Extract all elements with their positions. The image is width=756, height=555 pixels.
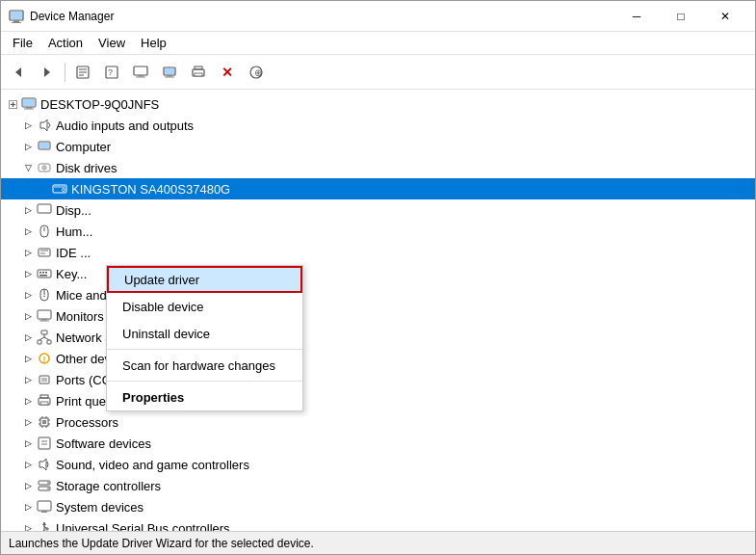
maximize-button[interactable]: □: [659, 1, 703, 32]
svg-point-90: [47, 488, 49, 489]
svg-marker-5: [44, 67, 50, 77]
software-icon: [36, 435, 53, 452]
menu-help[interactable]: Help: [133, 33, 174, 54]
toolbar-back[interactable]: [5, 59, 32, 86]
expand-icon-mice: ▷: [20, 287, 36, 303]
tree-audio-label: Audio inputs and outputs: [56, 119, 194, 133]
svg-text:!: !: [43, 355, 46, 364]
svg-rect-61: [47, 340, 51, 344]
context-menu-update-driver[interactable]: Update driver: [107, 266, 302, 293]
context-menu-disable[interactable]: Disable device: [107, 293, 302, 320]
sound-icon: [36, 456, 53, 473]
svg-rect-17: [165, 76, 174, 77]
expand-icon-computer: ▷: [20, 139, 36, 154]
other-icon: !: [36, 350, 53, 367]
svg-rect-30: [24, 109, 34, 110]
print-icon: [36, 392, 53, 410]
display-icon: [36, 201, 53, 219]
expand-icon-root: [5, 96, 20, 112]
svg-marker-86: [39, 459, 46, 470]
tree-item-diskdrives[interactable]: ▽ Disk drives: [1, 157, 755, 178]
tree-root[interactable]: DESKTOP-9Q0JNFS: [1, 93, 755, 115]
svg-rect-72: [40, 402, 48, 405]
svg-point-89: [47, 482, 49, 484]
toolbar-btn-computer[interactable]: [156, 59, 183, 86]
window-title: Device Manager: [30, 10, 614, 23]
tree-monitors-label: Monitors: [56, 309, 104, 324]
tree-processors-label: Processors: [56, 415, 118, 430]
tree-software-label: Software devices: [56, 436, 151, 451]
context-menu-uninstall[interactable]: Uninstall device: [107, 320, 302, 347]
tree-item-processors[interactable]: ▷ Processors: [1, 411, 755, 433]
toolbar-btn-print[interactable]: [185, 59, 212, 86]
menu-view[interactable]: View: [91, 33, 133, 54]
tree-item-kingston[interactable]: KINGSTON SA400S37480G: [1, 178, 755, 199]
svg-rect-42: [38, 204, 51, 213]
expand-icon-software: ▷: [20, 436, 36, 451]
toolbar-sep-1: [65, 63, 65, 82]
expand-icon-system: ▷: [20, 499, 36, 515]
toolbar-btn-scan[interactable]: ⊕: [243, 59, 270, 86]
svg-marker-4: [15, 67, 21, 77]
svg-rect-16: [167, 75, 172, 77]
tree-usb-label: Universal Serial Bus controllers: [56, 521, 230, 532]
monitors-icon: [36, 307, 53, 325]
tree-item-computer[interactable]: ▷ Computer: [1, 136, 755, 157]
toolbar-forward[interactable]: [34, 59, 61, 86]
tree-item-ide[interactable]: ▷ IDE ...: [1, 242, 755, 263]
storage-icon: [36, 477, 53, 494]
expand-icon-processors: ▷: [20, 414, 36, 430]
expand-icon-monitors: ▷: [20, 308, 36, 324]
menu-bar: File Action View Help: [1, 32, 755, 55]
minimize-button[interactable]: ─: [614, 1, 659, 32]
tree-item-software[interactable]: ▷ Software devices: [1, 433, 755, 454]
status-bar: Launches the Update Driver Wizard for th…: [1, 531, 755, 554]
tree-item-usb[interactable]: ▷ Universal Serial Bus controllers: [1, 517, 755, 531]
tree-kingston-label: KINGSTON SA400S37480G: [71, 182, 230, 197]
svg-rect-28: [23, 99, 35, 106]
expand-icon-print: ▷: [20, 393, 36, 409]
svg-rect-82: [42, 420, 46, 424]
tree-computer-label: Computer: [56, 140, 111, 154]
device-manager-window: Device Manager ─ □ ✕ File Action View He…: [0, 0, 756, 555]
tree-item-hid[interactable]: ▷ Hum...: [1, 221, 755, 242]
svg-rect-1: [13, 20, 19, 22]
context-menu-scan[interactable]: Scan for hardware changes: [107, 352, 302, 379]
svg-rect-29: [26, 107, 32, 109]
audio-icon: [36, 117, 53, 134]
system-icon: [36, 498, 53, 515]
svg-rect-14: [136, 76, 145, 77]
toolbar-update-driver[interactable]: ?: [98, 59, 125, 86]
svg-line-63: [39, 337, 44, 340]
expand-icon-other: ▷: [20, 351, 36, 366]
tree-item-audio[interactable]: ▷ Audio inputs and outputs: [1, 115, 755, 136]
toolbar-btn-uninstall[interactable]: ✕: [214, 59, 241, 86]
svg-rect-49: [39, 272, 41, 274]
main-content: DESKTOP-9Q0JNFS ▷ Audio inputs and outpu…: [1, 90, 755, 531]
tree-item-storage[interactable]: ▷ Storage controllers: [1, 475, 755, 496]
tree-sound-label: Sound, video and game controllers: [56, 458, 249, 472]
close-button[interactable]: ✕: [703, 1, 747, 32]
toolbar-btn-monitor[interactable]: [127, 59, 154, 86]
ide-icon: [36, 244, 53, 261]
svg-rect-60: [38, 340, 41, 344]
tree-keyboards-label: Key...: [56, 267, 87, 281]
svg-rect-2: [12, 22, 21, 23]
ports-icon: [36, 371, 53, 388]
context-menu-sep-1: [107, 349, 302, 350]
tree-root-label: DESKTOP-9Q0JNFS: [40, 97, 159, 112]
svg-marker-94: [42, 522, 46, 525]
menu-action[interactable]: Action: [40, 33, 91, 54]
context-menu-properties[interactable]: Properties: [107, 383, 302, 410]
tree-item-system[interactable]: ▷ System devices: [1, 496, 755, 517]
tree-item-sound[interactable]: ▷ Sound, video and game controllers: [1, 454, 755, 475]
svg-rect-45: [39, 249, 50, 256]
svg-line-32: [48, 122, 50, 125]
disk-icon: [36, 159, 53, 176]
svg-rect-18: [165, 68, 174, 74]
svg-text:⊕: ⊕: [254, 67, 262, 78]
tree-item-display[interactable]: ▷ Disp...: [1, 199, 755, 221]
menu-file[interactable]: File: [5, 33, 40, 54]
toolbar-properties[interactable]: [69, 59, 96, 86]
tree-storage-label: Storage controllers: [56, 479, 161, 493]
